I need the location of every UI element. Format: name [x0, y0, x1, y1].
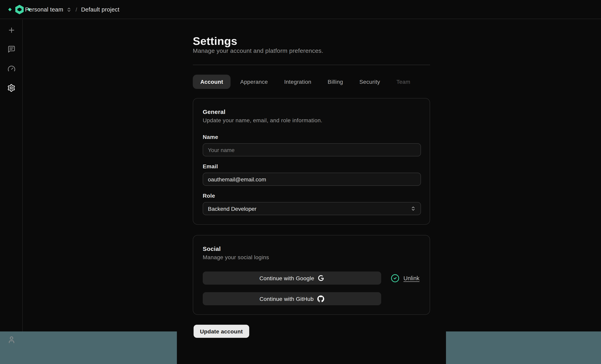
- chevrons-up-down-icon: [411, 206, 416, 211]
- tab-integration[interactable]: Integration: [284, 79, 311, 85]
- gauge-icon: [7, 65, 15, 73]
- social-card-title: Social: [203, 245, 221, 252]
- continue-with-google-button[interactable]: Continue with Google: [203, 271, 381, 285]
- github-icon: [317, 295, 324, 302]
- sidebar: [0, 19, 23, 331]
- role-label: Role: [203, 192, 215, 199]
- general-card-subtitle: Update your name, email, and role inform…: [203, 117, 322, 124]
- name-label: Name: [203, 134, 218, 140]
- tab-billing[interactable]: Billing: [328, 79, 343, 85]
- account-button[interactable]: [0, 332, 23, 348]
- email-label: Email: [203, 163, 218, 170]
- chat-button[interactable]: [0, 41, 23, 57]
- project-name[interactable]: Default project: [81, 6, 120, 13]
- google-link-status: Unlink: [391, 271, 431, 285]
- breadcrumb-separator: /: [75, 6, 78, 13]
- role-select[interactable]: Backend Developer: [203, 202, 421, 215]
- desktop-wallpaper-left: [0, 331, 177, 364]
- tab-team[interactable]: Team: [397, 79, 411, 85]
- header-divider: [193, 65, 430, 65]
- github-button-label: Continue with GitHub: [260, 296, 314, 302]
- team-name: Personal team: [25, 6, 63, 13]
- team-switcher[interactable]: Personal team: [25, 6, 71, 13]
- tab-security[interactable]: Security: [359, 79, 380, 85]
- page-title: Settings: [193, 35, 237, 48]
- role-select-value: Backend Developer: [208, 205, 256, 212]
- chevrons-up-down-icon: [66, 7, 71, 12]
- general-card-title: General: [203, 108, 226, 115]
- social-card-subtitle: Manage your social logins: [203, 254, 269, 260]
- google-button-label: Continue with Google: [259, 275, 314, 281]
- tab-appearance[interactable]: Apperance: [240, 79, 268, 85]
- desktop-wallpaper-right: [446, 331, 601, 364]
- name-input[interactable]: [203, 143, 421, 156]
- user-icon: [7, 336, 15, 344]
- dashboard-button[interactable]: [0, 61, 23, 77]
- topbar: Personal team / Default project: [0, 0, 601, 19]
- plus-icon: [7, 26, 15, 34]
- settings-tabs: Account Apperance Integration Billing Se…: [193, 75, 411, 89]
- email-input[interactable]: [203, 173, 421, 186]
- continue-with-github-button[interactable]: Continue with GitHub: [203, 292, 381, 305]
- update-account-button[interactable]: Update account: [194, 325, 249, 338]
- app-screen: Personal team / Default project: [0, 0, 601, 364]
- unlink-link[interactable]: Unlink: [403, 275, 420, 281]
- google-icon: [318, 275, 325, 281]
- tab-account[interactable]: Account: [193, 75, 231, 89]
- social-card: Social Manage your social logins Continu…: [193, 235, 430, 315]
- breadcrumb: Personal team / Default project: [25, 0, 120, 19]
- settings-gear-icon: [7, 84, 16, 92]
- new-item-button[interactable]: [0, 22, 23, 38]
- settings-button[interactable]: [0, 80, 23, 96]
- page-subtitle: Manage your account and platform prefere…: [193, 47, 323, 54]
- chat-icon: [7, 45, 15, 53]
- check-circle-icon: [391, 274, 400, 282]
- general-card: General Update your name, email, and rol…: [193, 98, 430, 225]
